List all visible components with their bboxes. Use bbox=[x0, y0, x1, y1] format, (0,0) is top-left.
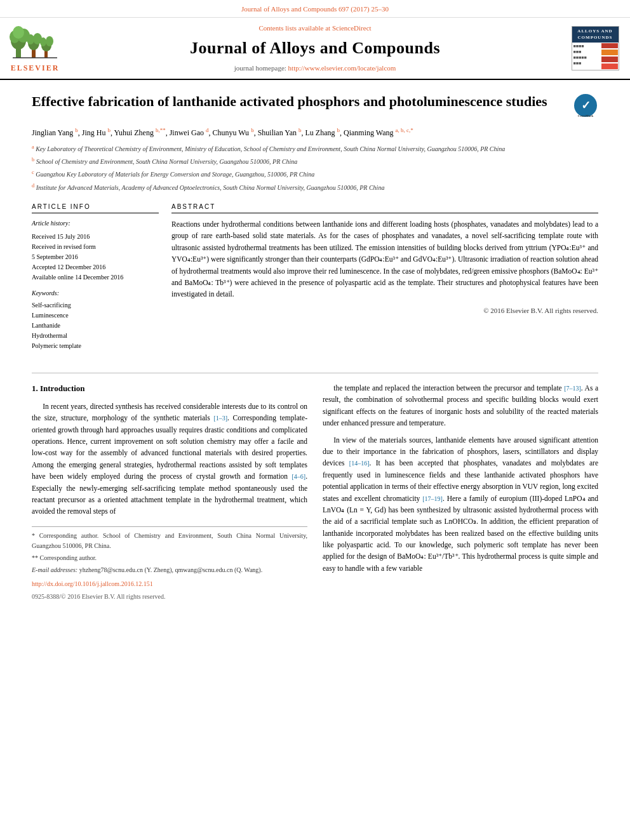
history-online: Available online 14 December 2016 bbox=[32, 272, 159, 282]
article-title-text: Effective fabrication of lanthanide acti… bbox=[32, 93, 566, 111]
keyword-2: Luminescence bbox=[32, 310, 159, 320]
keyword-5: Polymeric template bbox=[32, 341, 159, 350]
article-info-abstract: ARTICLE INFO Article history: Received 1… bbox=[32, 202, 598, 351]
svg-text:CrossMark: CrossMark bbox=[578, 114, 594, 117]
abstract-label: ABSTRACT bbox=[171, 202, 598, 213]
keyword-4: Hydrothermal bbox=[32, 331, 159, 340]
top-bar: Journal of Alloys and Compounds 697 (201… bbox=[0, 0, 630, 18]
abstract-col: ABSTRACT Reactions under hydrothermal co… bbox=[171, 202, 598, 351]
journal-name: Journal of Alloys and Compounds bbox=[64, 36, 566, 60]
authors-line: Jinglian Yang b, Jing Hu b, Yuhui Zheng … bbox=[32, 126, 598, 139]
svg-point-11 bbox=[40, 37, 46, 46]
keyword-3: Lanthanide bbox=[32, 321, 159, 330]
svg-point-12 bbox=[46, 36, 53, 46]
article-info-label: ARTICLE INFO bbox=[32, 202, 159, 213]
journal-info-top: Journal of Alloys and Compounds 697 (201… bbox=[241, 5, 389, 13]
body-two-col: 1. Introduction In recent years, directe… bbox=[32, 382, 598, 602]
crossmark-icon: ✓ CrossMark bbox=[573, 93, 598, 118]
history-revised-label: Received in revised form bbox=[32, 242, 159, 251]
footnotes-area: * Corresponding author. School of Chemis… bbox=[32, 526, 307, 602]
science-direct-text[interactable]: ScienceDirect bbox=[332, 24, 372, 32]
article-info-col: ARTICLE INFO Article history: Received 1… bbox=[32, 202, 159, 351]
affiliations-block: a Key Laboratory of Theoretical Chemistr… bbox=[32, 143, 598, 193]
article-history: Article history: Received 15 July 2016 R… bbox=[32, 218, 159, 282]
footnote-star: * Corresponding author. School of Chemis… bbox=[32, 531, 307, 551]
right-para2: In view of the materials sources, lantha… bbox=[323, 434, 598, 575]
page-wrapper: Journal of Alloys and Compounds 697 (201… bbox=[0, 0, 630, 615]
intro-heading: 1. Introduction bbox=[32, 382, 307, 396]
keyword-1: Self-sacrificing bbox=[32, 300, 159, 310]
history-received: Received 15 July 2016 bbox=[32, 232, 159, 241]
main-body: 1. Introduction In recent years, directe… bbox=[0, 373, 630, 615]
right-para1: the template and replaced the interactio… bbox=[323, 382, 598, 429]
elsevier-tree-icon bbox=[10, 23, 60, 61]
body-col-left: 1. Introduction In recent years, directe… bbox=[32, 382, 307, 602]
doi-line[interactable]: http://dx.doi.org/10.1016/j.jallcom.2016… bbox=[32, 579, 307, 589]
affiliation-c: c Guangzhou Key Laboratory of Materials … bbox=[32, 168, 598, 180]
journal-header: ELSEVIER Contents lists available at Sci… bbox=[0, 18, 630, 80]
journal-homepage: journal homepage: http://www.elsevier.co… bbox=[64, 63, 566, 74]
svg-point-4 bbox=[13, 26, 24, 39]
abstract-text: Reactions under hydrothermal conditions … bbox=[171, 218, 598, 300]
journal-logo-right: ALLOYS AND COMPOUNDS ■■■■ ■■■ ■■■■■ ■■■ bbox=[566, 26, 624, 70]
history-accepted: Accepted 12 December 2016 bbox=[32, 262, 159, 272]
affiliation-d: d Institute for Advanced Materials, Acad… bbox=[32, 182, 598, 193]
svg-text:✓: ✓ bbox=[581, 99, 591, 112]
affiliation-a: a Key Laboratory of Theoretical Chemistr… bbox=[32, 143, 598, 154]
journal-logo-box: ALLOYS AND COMPOUNDS ■■■■ ■■■ ■■■■■ ■■■ bbox=[572, 26, 619, 70]
homepage-link[interactable]: http://www.elsevier.com/locate/jalcom bbox=[288, 64, 396, 72]
body-col-right: the template and replaced the interactio… bbox=[323, 382, 598, 602]
elsevier-label: ELSEVIER bbox=[11, 62, 60, 74]
intro-para1: In recent years, directed synthesis has … bbox=[32, 401, 307, 517]
keywords-label: Keywords: bbox=[32, 288, 159, 298]
journal-title-block: Contents lists available at ScienceDirec… bbox=[64, 23, 566, 74]
science-direct-link: Contents lists available at ScienceDirec… bbox=[64, 23, 566, 34]
issn-line: 0925-8388/© 2016 Elsevier B.V. All right… bbox=[32, 592, 307, 602]
copyright-line: © 2016 Elsevier B.V. All rights reserved… bbox=[171, 305, 598, 316]
footnote-double-star: ** Corresponding author. bbox=[32, 553, 307, 563]
article-title-block: Effective fabrication of lanthanide acti… bbox=[32, 93, 598, 118]
history-label: Article history: bbox=[32, 218, 159, 228]
keywords-section: Keywords: Self-sacrificing Luminescence … bbox=[32, 288, 159, 350]
elsevier-logo-block: ELSEVIER bbox=[6, 23, 64, 74]
footnote-email: E-mail addresses: yhzheng78@scnu.edu.cn … bbox=[32, 565, 307, 575]
divider bbox=[32, 373, 598, 373]
history-revised-date: 5 September 2016 bbox=[32, 252, 159, 262]
article-body: Effective fabrication of lanthanide acti… bbox=[0, 80, 630, 364]
affiliation-b: b School of Chemistry and Environment, S… bbox=[32, 156, 598, 167]
